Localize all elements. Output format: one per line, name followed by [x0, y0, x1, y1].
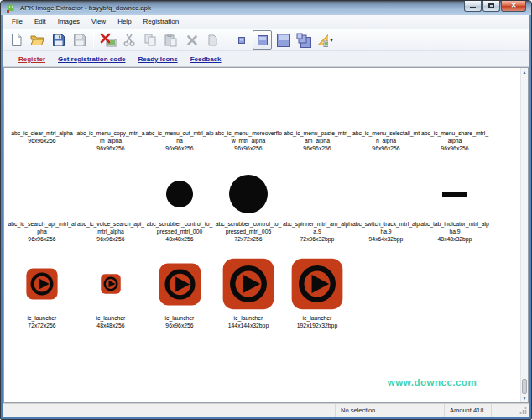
item-name: abc_scrubber_control_to_pressed_mtrl_000 — [145, 220, 214, 235]
image-thumbnail — [101, 274, 121, 294]
grid-item[interactable]: abc_ic_menu_cut_mtrl_alpha 96x96x256 — [145, 79, 214, 152]
watermark-text: www.downcc.com — [382, 377, 482, 387]
grid-item[interactable]: ic_launcher 48x48x256 — [76, 254, 145, 329]
close-icon: ✕ — [511, 3, 517, 9]
menu-images[interactable]: Images — [52, 15, 86, 29]
grid-item[interactable]: abc_switch_track_mtrl_alpha.9 94x64x32bp… — [352, 168, 420, 243]
paste-button[interactable] — [161, 30, 180, 50]
resize-grip[interactable] — [492, 404, 529, 417]
item-dims: 48x48x256 — [165, 235, 193, 243]
save-all-icon — [73, 34, 86, 47]
maximize-button[interactable] — [482, 1, 500, 12]
image-thumbnail — [166, 181, 193, 207]
image-thumbnail — [159, 263, 201, 306]
open-button[interactable] — [28, 30, 47, 50]
view-small-icon — [234, 33, 249, 48]
view-large-button[interactable] — [274, 30, 293, 50]
grid-item[interactable]: ic_launcher 192x192x32bpp — [283, 254, 352, 329]
view-small-button[interactable] — [232, 30, 251, 50]
grid-item[interactable]: abc_ic_menu_copy_mtrl_am_alpha 96x96x256 — [76, 79, 145, 152]
app-icon — [6, 3, 16, 13]
grid-item[interactable]: abc_ic_menu_selectall_mtrl_alpha 96x96x2… — [352, 79, 420, 152]
item-name: abc_ic_menu_moreoverflow_mtrl_alpha — [214, 129, 283, 144]
grip-dots-icon — [519, 407, 527, 414]
delete-image-button[interactable] — [98, 30, 117, 50]
grid-item[interactable]: abc_ic_menu_paste_mtrl_am_alpha 96x96x25… — [283, 79, 352, 152]
item-dims: 96x96x256 — [96, 144, 124, 152]
image-thumbnail — [229, 175, 268, 213]
scrollbar-thumb[interactable] — [522, 379, 527, 394]
delete-x-icon — [186, 34, 198, 46]
item-dims: 94x64x32bpp — [369, 235, 404, 243]
grid-item[interactable]: ic_launcher 144x144x32bpp — [214, 254, 283, 329]
item-dims: 72x72x256 — [234, 235, 262, 243]
save-all-button[interactable] — [70, 30, 89, 50]
status-bar: No selection Amount 418 — [3, 403, 529, 417]
menu-file[interactable]: File — [6, 15, 29, 29]
item-dims: 96x96x256 — [372, 144, 399, 152]
grid-row: ic_launcher 72x72x256 ic_launcher 48x48x… — [8, 254, 352, 329]
new-button[interactable] — [7, 30, 26, 50]
minimize-button[interactable] — [464, 1, 482, 12]
register-link[interactable]: Register — [18, 55, 45, 63]
grid-item[interactable]: abc_scrubber_control_to_pressed_mtrl_005… — [214, 168, 283, 243]
item-dims: 96x96x256 — [303, 144, 331, 152]
menu-edit[interactable]: Edit — [29, 15, 52, 29]
item-name: abc_ic_menu_share_mtrl_alpha — [420, 129, 489, 144]
maximize-icon — [488, 3, 494, 8]
grid-item[interactable]: abc_ic_menu_share_mtrl_alpha 96x96x256 — [420, 79, 489, 152]
get-registration-code-link[interactable]: Get registration code — [58, 55, 125, 63]
save-icon — [52, 34, 65, 47]
feedback-link[interactable]: Feedback — [190, 55, 222, 63]
item-name: abc_ic_voice_search_api_mtrl_alpha — [76, 220, 145, 235]
item-dims: 96x96x256 — [165, 322, 193, 329]
item-name: ic_launcher — [8, 314, 76, 322]
grid-item[interactable]: abc_ic_clear_mtrl_alpha 96x96x256 — [8, 79, 76, 152]
item-dims: 72x72x256 — [28, 322, 55, 329]
grid-item[interactable]: abc_tab_indicator_mtrl_alpha.9 48x48x32b… — [420, 168, 489, 243]
selection-status: No selection — [336, 404, 445, 417]
vertical-scrollbar[interactable]: ▲ ▼ — [520, 68, 528, 402]
scroll-up-icon[interactable]: ▲ — [521, 68, 528, 76]
menu-view[interactable]: View — [86, 15, 112, 29]
delete-button[interactable] — [182, 30, 201, 50]
item-dims: 192x192x32bpp — [297, 322, 337, 329]
view-stacked-button[interactable] — [295, 30, 314, 50]
view-medium-icon — [255, 33, 270, 48]
icon-sizes-button[interactable]: ▼ — [316, 30, 335, 50]
item-name: abc_ic_search_api_mtrl_alpha — [8, 220, 76, 235]
item-dims: 96x96x256 — [96, 235, 124, 243]
image-grid-panel: abc_ic_clear_mtrl_alpha 96x96x256 abc_ic… — [3, 67, 529, 403]
copy-button[interactable] — [140, 30, 159, 50]
item-name: ic_launcher — [145, 314, 214, 322]
item-dims: 48x48x32bpp — [438, 235, 472, 243]
open-folder-icon — [30, 34, 45, 47]
grid-item[interactable]: abc_ic_voice_search_api_mtrl_alpha 96x96… — [76, 168, 145, 243]
item-dims: 48x48x256 — [96, 322, 124, 329]
chevron-down-icon: ▼ — [329, 38, 334, 43]
links-bar: Register Get registration code Ready Ico… — [3, 51, 529, 67]
export-button[interactable] — [203, 30, 222, 50]
save-button[interactable] — [49, 30, 68, 50]
view-medium-button[interactable] — [253, 30, 272, 50]
ruler-icon — [316, 33, 328, 47]
item-name: abc_ic_menu_selectall_mtrl_alpha — [352, 129, 420, 144]
item-name: abc_ic_menu_paste_mtrl_am_alpha — [283, 129, 352, 144]
client-area: File Edit Images View Help Registration — [3, 15, 529, 417]
grid-item[interactable]: abc_ic_menu_moreoverflow_mtrl_alpha 96x9… — [214, 79, 283, 152]
ready-icons-link[interactable]: Ready Icons — [138, 55, 177, 63]
cut-button[interactable] — [119, 30, 138, 50]
grid-item[interactable]: abc_spinner_mtrl_am_alpha.9 72x96x32bpp — [283, 168, 352, 243]
grid-item[interactable]: abc_ic_search_api_mtrl_alpha 96x96x256 — [8, 168, 76, 243]
scroll-down-icon[interactable]: ▼ — [521, 394, 528, 402]
menu-help[interactable]: Help — [112, 15, 137, 29]
view-stacked-icon — [296, 33, 312, 48]
grid-item[interactable]: ic_launcher 96x96x256 — [145, 254, 214, 329]
new-file-icon — [9, 33, 23, 47]
item-name: ic_launcher — [76, 314, 145, 322]
grid-item[interactable]: abc_scrubber_control_to_pressed_mtrl_000… — [145, 168, 214, 243]
grid-item[interactable]: ic_launcher 72x72x256 — [8, 254, 76, 329]
close-button[interactable]: ✕ — [501, 1, 526, 12]
item-name: abc_ic_clear_mtrl_alpha — [8, 129, 76, 137]
menu-registration[interactable]: Registration — [138, 15, 185, 29]
